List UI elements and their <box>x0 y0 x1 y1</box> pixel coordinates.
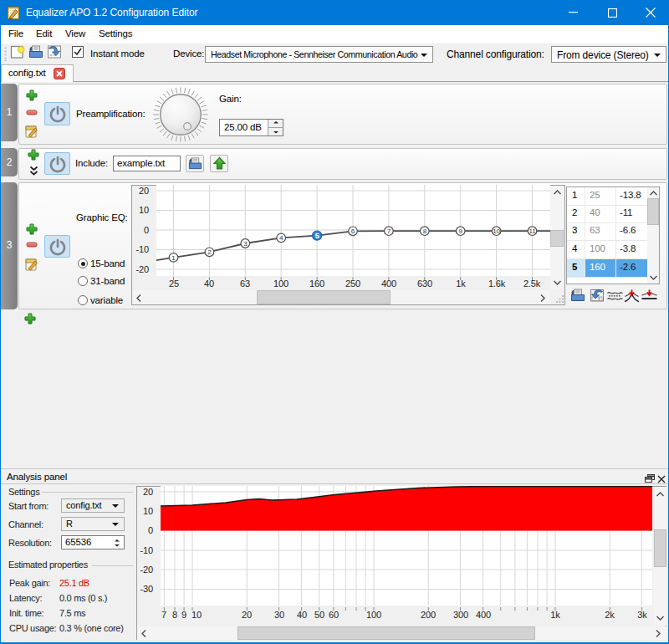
svg-text:5: 5 <box>315 232 319 240</box>
svg-text:6: 6 <box>351 227 355 235</box>
svg-text:11: 11 <box>529 227 536 235</box>
svg-text:1: 1 <box>171 254 176 262</box>
svg-text:2: 2 <box>207 248 212 256</box>
svg-text:8: 8 <box>423 227 427 235</box>
svg-text:3: 3 <box>243 240 248 248</box>
svg-text:7: 7 <box>387 227 391 235</box>
svg-text:10: 10 <box>493 227 500 235</box>
svg-text:9: 9 <box>459 227 463 235</box>
svg-text:4: 4 <box>279 234 283 242</box>
